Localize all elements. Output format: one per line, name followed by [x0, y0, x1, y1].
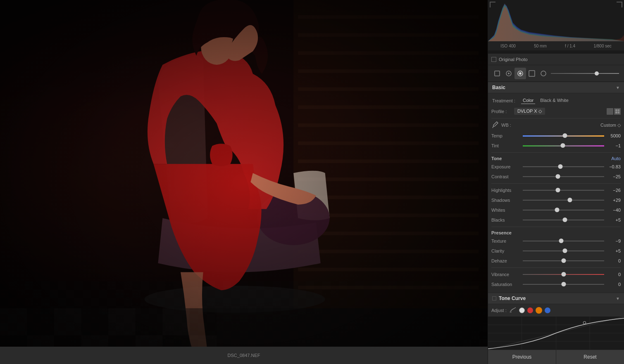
tool-crop[interactable]: [491, 68, 503, 79]
eyedropper-icon[interactable]: [491, 121, 500, 129]
svg-point-44: [519, 72, 522, 75]
dehaze-value: 0: [606, 258, 621, 263]
blacks-thumb[interactable]: [563, 217, 567, 222]
whites-label: Whites: [491, 208, 521, 213]
histogram-corner-tl[interactable]: [490, 2, 495, 7]
tools-row: [488, 65, 624, 82]
texture-label: Texture: [491, 239, 521, 243]
svg-rect-39: [0, 0, 488, 364]
histogram-corner-tr[interactable]: [617, 2, 622, 7]
clarity-label: Clarity: [491, 248, 521, 253]
photo-info: DSC_0847.NEF: [228, 353, 260, 358]
texture-thumb[interactable]: [559, 239, 563, 243]
contrast-track[interactable]: [523, 176, 604, 177]
histogram-chart: [488, 0, 624, 41]
tone-curve-header[interactable]: Tone Curve ▼: [488, 293, 624, 304]
shadows-row: Shadows +29: [491, 196, 621, 204]
tool-hsl[interactable]: [538, 68, 549, 79]
saturation-value: 0: [606, 282, 621, 287]
contrast-thumb[interactable]: [555, 174, 560, 179]
divider-1: [491, 118, 621, 118]
vibrance-thumb[interactable]: [561, 272, 566, 277]
dehaze-track[interactable]: [523, 260, 604, 261]
shadows-label: Shadows: [491, 198, 521, 203]
svg-rect-45: [529, 71, 535, 76]
temp-slider-thumb[interactable]: [563, 133, 567, 138]
basic-section-arrow: ▼: [616, 85, 620, 90]
shadows-track[interactable]: [523, 200, 604, 201]
panel-content[interactable]: Basic ▼ Treatment : Color Black & White …: [488, 82, 624, 350]
highlights-track[interactable]: [523, 190, 604, 191]
tone-curve-canvas[interactable]: [488, 317, 624, 350]
vibrance-label: Vibrance: [491, 272, 521, 277]
profile-icon-2[interactable]: [614, 108, 621, 115]
dehaze-thumb[interactable]: [561, 258, 566, 263]
curve-dot-orange[interactable]: [536, 307, 542, 314]
tint-slider-thumb[interactable]: [560, 143, 565, 148]
svg-point-42: [508, 73, 510, 74]
tool-exposure-slider[interactable]: [551, 73, 619, 74]
texture-row: Texture −9: [491, 237, 621, 245]
svg-point-46: [541, 71, 546, 76]
curve-dot-white[interactable]: [519, 307, 525, 313]
tone-curve-title: Tone Curve: [499, 295, 526, 301]
vibrance-track[interactable]: [523, 274, 604, 275]
blacks-value: +5: [606, 217, 621, 222]
profile-label: Profile :: [491, 109, 514, 114]
texture-track[interactable]: [523, 241, 604, 241]
clarity-thumb[interactable]: [563, 248, 567, 253]
treatment-bw-btn[interactable]: Black & White: [538, 97, 570, 104]
reset-button[interactable]: Reset: [556, 350, 624, 364]
curve-dot-blue[interactable]: [545, 307, 550, 313]
auto-btn[interactable]: Auto: [611, 156, 621, 161]
whites-thumb[interactable]: [555, 208, 559, 212]
saturation-track[interactable]: [523, 284, 604, 285]
whites-value: −40: [606, 208, 621, 213]
blacks-track[interactable]: [523, 220, 604, 220]
profile-value[interactable]: DVLOP X ◇: [514, 108, 545, 115]
tool-gradient[interactable]: [526, 68, 538, 79]
tool-radial[interactable]: [514, 68, 526, 79]
saturation-thumb[interactable]: [561, 282, 566, 286]
right-panel: ISO 400 50 mm f / 1.4 1/800 sec Original…: [488, 0, 624, 364]
blacks-label: Blacks: [491, 217, 521, 222]
temp-slider-row: Temp 5000: [491, 132, 621, 140]
profile-icon-1[interactable]: [607, 108, 613, 115]
divider-5: [491, 267, 621, 268]
curve-dot-red[interactable]: [527, 307, 533, 313]
photo-background: [0, 0, 488, 364]
histogram-area: ISO 400 50 mm f / 1.4 1/800 sec: [488, 0, 624, 54]
original-photo-checkbox[interactable]: [491, 57, 496, 62]
tint-value: −1: [606, 143, 621, 148]
clarity-track[interactable]: [523, 251, 604, 251]
exposure-track[interactable]: [523, 166, 604, 167]
shadows-thumb[interactable]: [568, 198, 572, 202]
treatment-color-btn[interactable]: Color: [521, 97, 535, 104]
wb-value[interactable]: Custom ◇: [600, 123, 621, 128]
tint-slider-track[interactable]: [523, 145, 604, 147]
dehaze-label: Dehaze: [491, 258, 521, 263]
original-photo-row[interactable]: Original Photo: [488, 54, 624, 65]
basic-section-header[interactable]: Basic ▼: [488, 82, 624, 93]
treatment-row: Treatment : Color Black & White: [491, 96, 621, 105]
svg-point-48: [510, 311, 512, 313]
previous-button[interactable]: Previous: [488, 350, 556, 364]
presence-group-label: Presence: [491, 230, 512, 235]
highlights-thumb[interactable]: [555, 188, 560, 192]
adjust-label: Adjust :: [491, 308, 507, 313]
tool-healing[interactable]: [503, 68, 514, 79]
photo-area: DSC_0847.NEF: [0, 0, 488, 364]
whites-track[interactable]: [523, 210, 604, 210]
presence-group-row: Presence: [491, 230, 621, 235]
exposure-thumb[interactable]: [558, 164, 562, 169]
contrast-label: Contrast: [491, 174, 521, 179]
clarity-row: Clarity +5: [491, 247, 621, 255]
wb-label: WB :: [501, 123, 518, 128]
exif-bar: ISO 400 50 mm f / 1.4 1/800 sec: [488, 41, 624, 50]
temp-slider-track[interactable]: [523, 135, 604, 137]
divider-3: [491, 183, 621, 184]
blacks-row: Blacks +5: [491, 216, 621, 224]
tone-curve-collapse-icon[interactable]: [492, 296, 496, 300]
dehaze-row: Dehaze 0: [491, 257, 621, 265]
curve-edit-icon[interactable]: [509, 307, 517, 314]
